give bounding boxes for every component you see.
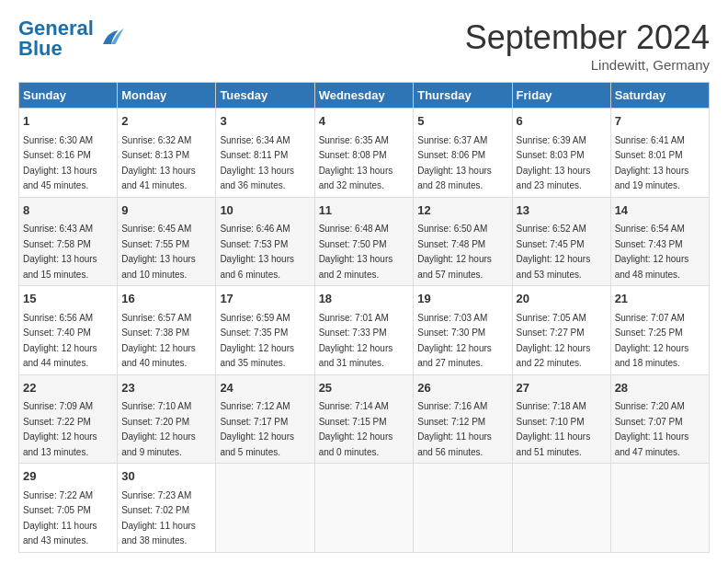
calendar-cell: 1 Sunrise: 6:30 AM Sunset: 8:16 PM Dayli… [19, 109, 118, 198]
header-thursday: Thursday [414, 83, 512, 109]
calendar-cell: 12 Sunrise: 6:50 AM Sunset: 7:48 PM Dayl… [414, 197, 512, 286]
day-info: Sunrise: 6:39 AM Sunset: 8:03 PM Dayligh… [517, 135, 591, 191]
logo-blue: Blue [18, 37, 63, 60]
day-info: Sunrise: 7:03 AM Sunset: 7:30 PM Dayligh… [417, 313, 492, 369]
day-info: Sunrise: 6:59 AM Sunset: 7:35 PM Dayligh… [220, 313, 294, 369]
calendar-cell: 27 Sunrise: 7:18 AM Sunset: 7:10 PM Dayl… [512, 374, 610, 464]
day-number: 8 [23, 201, 113, 220]
day-info: Sunrise: 6:30 AM Sunset: 8:16 PM Dayligh… [23, 135, 97, 191]
day-number: 25 [319, 379, 410, 397]
calendar-header-row: SundayMondayTuesdayWednesdayThursdayFrid… [19, 83, 710, 109]
day-info: Sunrise: 6:35 AM Sunset: 8:08 PM Dayligh… [319, 135, 393, 191]
calendar-cell [414, 464, 512, 553]
day-info: Sunrise: 7:10 AM Sunset: 7:20 PM Dayligh… [121, 401, 196, 457]
calendar-cell [216, 464, 314, 553]
header-saturday: Saturday [610, 83, 709, 109]
day-number: 23 [121, 379, 211, 397]
header-sunday: Sunday [19, 83, 118, 109]
calendar-week-row: 8 Sunrise: 6:43 AM Sunset: 7:58 PM Dayli… [19, 197, 710, 286]
page-header: General Blue September 2024 Lindewitt, G… [18, 18, 710, 73]
month-title: September 2024 [465, 18, 710, 57]
calendar-cell: 13 Sunrise: 6:52 AM Sunset: 7:45 PM Dayl… [512, 197, 610, 286]
header-monday: Monday [118, 83, 216, 109]
calendar-cell: 9 Sunrise: 6:45 AM Sunset: 7:55 PM Dayli… [118, 197, 216, 286]
day-number: 16 [121, 290, 211, 308]
header-friday: Friday [512, 83, 610, 109]
day-info: Sunrise: 6:56 AM Sunset: 7:40 PM Dayligh… [23, 313, 97, 369]
day-number: 5 [417, 112, 507, 131]
calendar-cell: 7 Sunrise: 6:41 AM Sunset: 8:01 PM Dayli… [610, 109, 709, 198]
calendar-cell [512, 464, 610, 553]
calendar-cell: 26 Sunrise: 7:16 AM Sunset: 7:12 PM Dayl… [414, 374, 512, 464]
calendar-week-row: 29 Sunrise: 7:22 AM Sunset: 7:05 PM Dayl… [19, 464, 710, 553]
day-info: Sunrise: 6:32 AM Sunset: 8:13 PM Dayligh… [121, 135, 196, 191]
calendar-cell: 3 Sunrise: 6:34 AM Sunset: 8:11 PM Dayli… [216, 109, 314, 198]
day-number: 19 [417, 290, 507, 308]
day-number: 27 [517, 379, 607, 397]
logo: General Blue [18, 18, 125, 59]
calendar-cell [314, 464, 414, 553]
day-info: Sunrise: 7:16 AM Sunset: 7:12 PM Dayligh… [417, 401, 492, 457]
header-tuesday: Tuesday [216, 83, 314, 109]
calendar-cell: 29 Sunrise: 7:22 AM Sunset: 7:05 PM Dayl… [19, 464, 118, 553]
day-number: 26 [417, 379, 507, 397]
day-number: 20 [517, 290, 607, 308]
day-number: 7 [615, 112, 705, 131]
logo-text: General Blue [18, 18, 94, 59]
day-info: Sunrise: 6:48 AM Sunset: 7:50 PM Dayligh… [319, 224, 393, 280]
day-number: 1 [23, 112, 113, 131]
day-info: Sunrise: 7:14 AM Sunset: 7:15 PM Dayligh… [319, 401, 393, 457]
day-info: Sunrise: 7:20 AM Sunset: 7:07 PM Dayligh… [615, 401, 689, 457]
calendar-cell: 16 Sunrise: 6:57 AM Sunset: 7:38 PM Dayl… [118, 286, 216, 375]
title-block: September 2024 Lindewitt, Germany [465, 18, 710, 73]
day-number: 30 [121, 467, 211, 486]
day-info: Sunrise: 6:37 AM Sunset: 8:06 PM Dayligh… [417, 135, 492, 191]
location: Lindewitt, Germany [465, 57, 710, 73]
day-info: Sunrise: 7:09 AM Sunset: 7:22 PM Dayligh… [23, 401, 97, 457]
calendar-cell: 20 Sunrise: 7:05 AM Sunset: 7:27 PM Dayl… [512, 286, 610, 375]
day-number: 4 [319, 112, 410, 131]
calendar-cell: 21 Sunrise: 7:07 AM Sunset: 7:25 PM Dayl… [610, 286, 709, 375]
day-number: 12 [417, 201, 507, 220]
day-info: Sunrise: 7:01 AM Sunset: 7:33 PM Dayligh… [319, 313, 393, 369]
day-info: Sunrise: 6:41 AM Sunset: 8:01 PM Dayligh… [615, 135, 689, 191]
day-info: Sunrise: 7:22 AM Sunset: 7:05 PM Dayligh… [23, 490, 97, 546]
day-info: Sunrise: 7:12 AM Sunset: 7:17 PM Dayligh… [220, 401, 294, 457]
day-number: 21 [615, 290, 705, 308]
day-number: 29 [23, 467, 113, 486]
day-number: 28 [615, 379, 705, 397]
calendar-cell: 10 Sunrise: 6:46 AM Sunset: 7:53 PM Dayl… [216, 197, 314, 286]
day-info: Sunrise: 6:43 AM Sunset: 7:58 PM Dayligh… [23, 224, 97, 280]
day-number: 10 [220, 201, 310, 220]
day-info: Sunrise: 6:54 AM Sunset: 7:43 PM Dayligh… [615, 224, 689, 280]
day-number: 17 [220, 290, 310, 308]
day-info: Sunrise: 7:23 AM Sunset: 7:02 PM Dayligh… [121, 490, 196, 546]
day-number: 3 [220, 112, 310, 131]
calendar-cell: 23 Sunrise: 7:10 AM Sunset: 7:20 PM Dayl… [118, 374, 216, 464]
calendar-cell: 15 Sunrise: 6:56 AM Sunset: 7:40 PM Dayl… [19, 286, 118, 375]
calendar-cell: 24 Sunrise: 7:12 AM Sunset: 7:17 PM Dayl… [216, 374, 314, 464]
calendar-cell [610, 464, 709, 553]
calendar-week-row: 22 Sunrise: 7:09 AM Sunset: 7:22 PM Dayl… [19, 374, 710, 464]
day-number: 22 [23, 379, 113, 397]
day-number: 15 [23, 290, 113, 308]
logo-bird-icon [97, 25, 125, 52]
calendar-cell: 8 Sunrise: 6:43 AM Sunset: 7:58 PM Dayli… [19, 197, 118, 286]
day-info: Sunrise: 7:05 AM Sunset: 7:27 PM Dayligh… [517, 313, 591, 369]
calendar-cell: 14 Sunrise: 6:54 AM Sunset: 7:43 PM Dayl… [610, 197, 709, 286]
day-info: Sunrise: 6:46 AM Sunset: 7:53 PM Dayligh… [220, 224, 294, 280]
calendar-cell: 17 Sunrise: 6:59 AM Sunset: 7:35 PM Dayl… [216, 286, 314, 375]
day-info: Sunrise: 6:45 AM Sunset: 7:55 PM Dayligh… [121, 224, 196, 280]
calendar-cell: 18 Sunrise: 7:01 AM Sunset: 7:33 PM Dayl… [314, 286, 414, 375]
calendar-cell: 6 Sunrise: 6:39 AM Sunset: 8:03 PM Dayli… [512, 109, 610, 198]
calendar-table: SundayMondayTuesdayWednesdayThursdayFrid… [18, 82, 710, 553]
calendar-cell: 22 Sunrise: 7:09 AM Sunset: 7:22 PM Dayl… [19, 374, 118, 464]
day-number: 24 [220, 379, 310, 397]
calendar-week-row: 15 Sunrise: 6:56 AM Sunset: 7:40 PM Dayl… [19, 286, 710, 375]
day-number: 6 [517, 112, 607, 131]
day-info: Sunrise: 6:57 AM Sunset: 7:38 PM Dayligh… [121, 313, 196, 369]
day-number: 11 [319, 201, 410, 220]
day-number: 13 [517, 201, 607, 220]
calendar-cell: 2 Sunrise: 6:32 AM Sunset: 8:13 PM Dayli… [118, 109, 216, 198]
calendar-cell: 28 Sunrise: 7:20 AM Sunset: 7:07 PM Dayl… [610, 374, 709, 464]
